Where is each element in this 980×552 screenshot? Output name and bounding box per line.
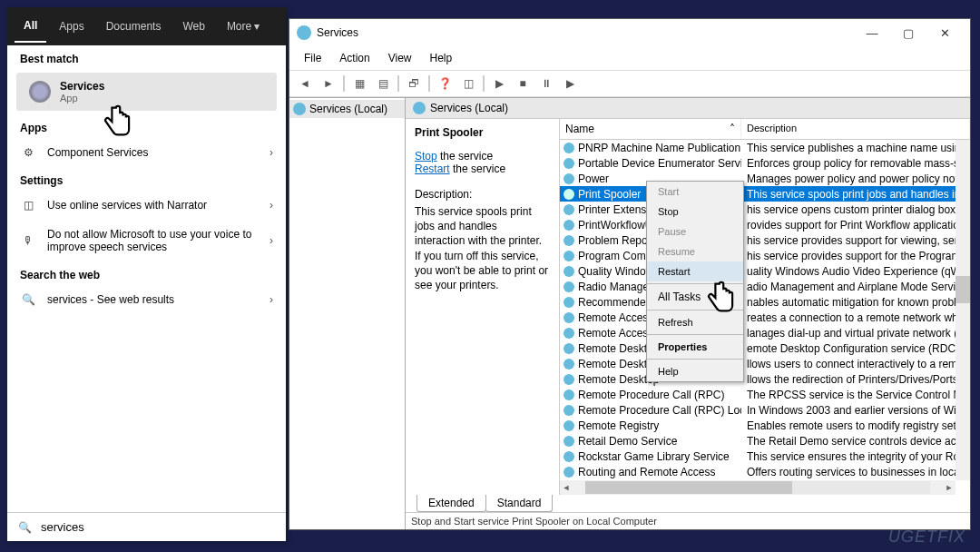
- services-icon: [297, 25, 311, 40]
- table-row[interactable]: Remote Procedure Call (RPC)The RPCSS ser…: [560, 387, 970, 402]
- window-title: Services: [317, 26, 854, 39]
- toolbar-icon[interactable]: ▤: [372, 74, 394, 94]
- detail-panel: Print Spooler Stop the service Restart t…: [406, 119, 560, 495]
- ctx-all-tasks[interactable]: All Tasks›: [647, 286, 743, 308]
- context-menu: Start Stop Pause Resume Restart All Task…: [646, 181, 744, 382]
- ctx-help[interactable]: Help: [647, 361, 743, 381]
- menu-help[interactable]: Help: [421, 48, 462, 68]
- search-panel: All Apps Documents Web More Best match S…: [7, 7, 286, 541]
- chevron-right-icon: ›: [270, 199, 273, 212]
- search-input-row: 🔍: [7, 512, 286, 541]
- view-tabs: Extended Standard: [406, 495, 970, 512]
- tab-apps[interactable]: Apps: [50, 11, 93, 42]
- table-row[interactable]: Problem Reporthis service provides suppo…: [560, 232, 970, 248]
- table-row[interactable]: PowerManages power policy and power poli…: [560, 171, 970, 186]
- ctx-stop[interactable]: Stop: [647, 202, 743, 222]
- vertical-scrollbar[interactable]: [956, 140, 970, 480]
- table-row[interactable]: PrintWorkflowUrovides support for Print …: [560, 217, 970, 232]
- table-row[interactable]: Remote Desktopemote Desktop Configuratio…: [560, 340, 970, 356]
- service-list: Name˄ Description PNRP Machine Name Publ…: [560, 119, 970, 495]
- watermark: UGETFIX: [888, 527, 965, 547]
- table-row[interactable]: Remote Accessreates a connection to a re…: [560, 310, 970, 325]
- tree-panel: Services (Local): [289, 98, 406, 529]
- play-icon[interactable]: ▶: [488, 74, 510, 94]
- horizontal-scrollbar[interactable]: ◄►: [560, 480, 956, 495]
- section-settings: Settings: [7, 167, 286, 191]
- column-headers: Name˄ Description: [560, 119, 970, 140]
- pause-icon[interactable]: ⏸: [535, 74, 557, 94]
- back-button[interactable]: ◄: [294, 74, 316, 94]
- col-name[interactable]: Name˄: [560, 119, 741, 139]
- table-row[interactable]: Remote Procedure Call (RPC) LocatorIn Wi…: [560, 402, 970, 418]
- titlebar: Services — ▢ ✕: [289, 19, 970, 46]
- table-row[interactable]: Quality Windowuality Windows Audio Video…: [560, 263, 970, 279]
- search-icon: 🔍: [18, 521, 32, 534]
- section-web: Search the web: [7, 261, 286, 285]
- best-match-label: Best match: [7, 45, 286, 69]
- toolbar-icon[interactable]: ◫: [457, 74, 479, 94]
- table-row[interactable]: Recommendednables automatic mitigation f…: [560, 294, 970, 310]
- menu-action[interactable]: Action: [330, 48, 378, 68]
- result-web-services[interactable]: 🔍 services - See web results ›: [7, 285, 286, 314]
- table-row[interactable]: Remote Desktopllows users to connect int…: [560, 356, 970, 371]
- gear-icon: [29, 81, 51, 103]
- forward-button[interactable]: ►: [318, 74, 339, 94]
- table-row[interactable]: Portable Device Enumerator ServiceEnforc…: [560, 155, 970, 171]
- ctx-refresh[interactable]: Refresh: [647, 312, 743, 332]
- ctx-restart[interactable]: Restart: [647, 261, 743, 281]
- best-match-result[interactable]: Services App: [16, 73, 277, 111]
- search-input[interactable]: [41, 520, 275, 534]
- help-icon[interactable]: ❓: [434, 74, 456, 94]
- ctx-resume: Resume: [647, 242, 743, 261]
- section-apps: Apps: [7, 114, 286, 138]
- tab-web[interactable]: Web: [173, 11, 213, 42]
- result-speech[interactable]: 🎙 Do not allow Microsoft to use your voi…: [7, 220, 286, 261]
- toolbar-icon[interactable]: ▦: [348, 74, 370, 94]
- restart-icon[interactable]: ▶: [559, 74, 581, 94]
- col-description[interactable]: Description: [741, 119, 970, 139]
- result-narrator[interactable]: ◫ Use online services with Narrator ›: [7, 191, 286, 220]
- search-icon: 🔍: [20, 293, 36, 306]
- services-icon: [413, 102, 426, 114]
- table-row[interactable]: Remote Desktopllows the redirection of P…: [560, 371, 970, 387]
- result-component-services[interactable]: ⚙ Component Services ›: [7, 138, 286, 167]
- ctx-pause: Pause: [647, 222, 743, 242]
- stop-icon[interactable]: ■: [512, 74, 534, 94]
- best-match-sub: App: [60, 93, 104, 104]
- table-row[interactable]: PNRP Machine Name Publication Servi…This…: [560, 140, 970, 155]
- table-row[interactable]: Program Comphis service provides support…: [560, 248, 970, 263]
- menu-view[interactable]: View: [379, 48, 421, 68]
- status-bar: Stop and Start service Print Spooler on …: [406, 512, 970, 529]
- chevron-right-icon: ›: [270, 234, 273, 247]
- toolbar-icon[interactable]: 🗗: [403, 74, 425, 94]
- tab-documents[interactable]: Documents: [97, 11, 171, 42]
- search-tabs: All Apps Documents Web More: [7, 7, 286, 45]
- menubar: File Action View Help: [289, 46, 970, 71]
- tab-standard[interactable]: Standard: [485, 495, 554, 512]
- desc-text: This service spools print jobs and handl…: [415, 204, 550, 292]
- restart-link[interactable]: Restart: [415, 163, 450, 175]
- tab-extended[interactable]: Extended: [416, 495, 486, 512]
- table-row[interactable]: Remote Accesslanages dial-up and virtual…: [560, 325, 970, 340]
- desc-label: Description:: [415, 188, 550, 201]
- table-row[interactable]: Routing and Remote AccessOffers routing …: [560, 464, 970, 479]
- table-row[interactable]: Printer Extensiohis service opens custom…: [560, 202, 970, 217]
- tab-all[interactable]: All: [15, 10, 46, 43]
- best-match-title: Services: [60, 80, 104, 93]
- stop-link[interactable]: Stop: [415, 150, 437, 163]
- table-row[interactable]: Retail Demo ServiceThe Retail Demo servi…: [560, 433, 970, 448]
- maximize-button[interactable]: ▢: [890, 20, 926, 45]
- table-row[interactable]: Radio Managenadio Management and Airplan…: [560, 279, 970, 294]
- mic-icon: 🎙: [20, 234, 36, 247]
- tab-more[interactable]: More: [218, 11, 269, 42]
- menu-file[interactable]: File: [295, 48, 330, 68]
- table-row[interactable]: Remote RegistryEnables remote users to m…: [560, 418, 970, 433]
- table-row[interactable]: Rockstar Game Library ServiceThis servic…: [560, 448, 970, 464]
- chevron-right-icon: ›: [270, 146, 273, 159]
- ctx-properties[interactable]: Properties: [647, 337, 743, 357]
- monitor-icon: ◫: [20, 199, 36, 212]
- table-row[interactable]: Print SpoolerThis service spools print j…: [560, 186, 970, 202]
- minimize-button[interactable]: —: [854, 20, 890, 45]
- close-button[interactable]: ✕: [926, 20, 963, 45]
- tree-node-services-local[interactable]: Services (Local): [289, 100, 405, 118]
